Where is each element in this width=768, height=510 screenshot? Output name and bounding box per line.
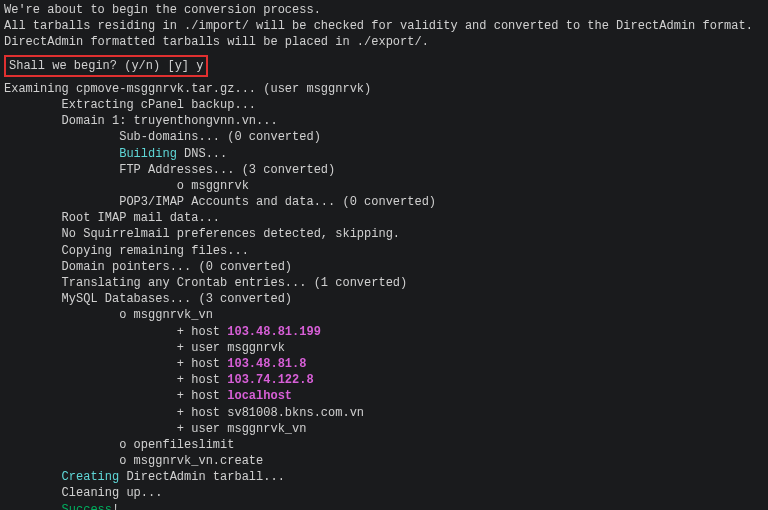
log-host2: + host 103.48.81.8 (4, 356, 764, 372)
log-pop3: POP3/IMAP Accounts and data... (0 conver… (4, 194, 764, 210)
log-building-dns: Building DNS... (4, 146, 764, 162)
log-copying: Copying remaining files... (4, 243, 764, 259)
intro-line-3: DirectAdmin formatted tarballs will be p… (4, 34, 764, 50)
log-host3: + host 103.74.122.8 (4, 372, 764, 388)
log-pointers: Domain pointers... (0 converted) (4, 259, 764, 275)
host-ip-3: 103.74.122.8 (227, 373, 313, 387)
host-localhost: localhost (227, 389, 292, 403)
begin-prompt-box: Shall we begin? (y/n) [y] y (4, 55, 208, 77)
log-crontab: Translating any Crontab entries... (1 co… (4, 275, 764, 291)
log-subdomains: Sub-domains... (0 converted) (4, 129, 764, 145)
success-rest: ! (112, 503, 119, 510)
log-user2: + user msggnrvk_vn (4, 421, 764, 437)
log-host4: + host localhost (4, 388, 764, 404)
log-ftp-user: o msggnrvk (4, 178, 764, 194)
pad: + host (4, 389, 227, 403)
building-keyword: Building (119, 147, 177, 161)
pad: + host (4, 373, 227, 387)
creating-rest: DirectAdmin tarball... (119, 470, 285, 484)
log-domain1: Domain 1: truyenthongvnn.vn... (4, 113, 764, 129)
log-host1: + host 103.48.81.199 (4, 324, 764, 340)
log-user1: + user msggnrvk (4, 340, 764, 356)
pad: + host (4, 357, 227, 371)
log-creating: Creating DirectAdmin tarball... (4, 469, 764, 485)
intro-line-1: We're about to begin the conversion proc… (4, 2, 764, 18)
log-db3: o msggnrvk_vn.create (4, 453, 764, 469)
log-root-imap: Root IMAP mail data... (4, 210, 764, 226)
intro-line-2: All tarballs residing in ./import/ will … (4, 18, 764, 34)
begin-prompt-text[interactable]: Shall we begin? (y/n) [y] y (9, 59, 203, 73)
host-ip-1: 103.48.81.199 (227, 325, 321, 339)
pad (4, 503, 62, 510)
pad (4, 147, 119, 161)
log-examining: Examining cpmove-msggnrvk.tar.gz... (use… (4, 81, 764, 97)
pad: + host (4, 325, 227, 339)
log-mysql: MySQL Databases... (3 converted) (4, 291, 764, 307)
host-ip-2: 103.48.81.8 (227, 357, 306, 371)
creating-keyword: Creating (62, 470, 120, 484)
log-ftp: FTP Addresses... (3 converted) (4, 162, 764, 178)
log-cleaning: Cleaning up... (4, 485, 764, 501)
building-rest: DNS... (177, 147, 227, 161)
log-squirrel: No Squirrelmail preferences detected, sk… (4, 226, 764, 242)
log-db2: o openfileslimit (4, 437, 764, 453)
log-extracting: Extracting cPanel backup... (4, 97, 764, 113)
pad (4, 470, 62, 484)
log-success: Success! (4, 502, 764, 510)
log-db1: o msggnrvk_vn (4, 307, 764, 323)
success-keyword: Success (62, 503, 112, 510)
log-host5: + host sv81008.bkns.com.vn (4, 405, 764, 421)
